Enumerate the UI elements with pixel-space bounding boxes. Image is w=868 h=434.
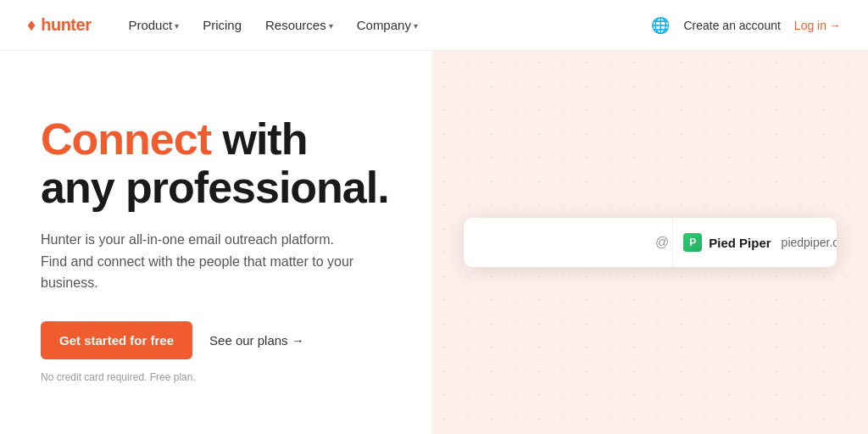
company-name: Pied Piper xyxy=(709,236,771,250)
at-symbol: @ xyxy=(652,235,672,250)
right-panel: @ P Pied Piper piedpiper.com Find xyxy=(432,51,868,434)
create-account-button[interactable]: Create an account xyxy=(683,19,780,32)
see-plans-link[interactable]: See our plans → xyxy=(209,333,304,348)
chevron-down-icon: ▾ xyxy=(414,21,418,31)
globe-icon[interactable]: 🌐 xyxy=(651,16,670,35)
left-panel: Connect with any professional. Hunter is… xyxy=(0,51,432,434)
header: ♦ hunter Product ▾ Pricing Resources ▾ C… xyxy=(0,0,868,51)
nav-resources[interactable]: Resources ▾ xyxy=(255,11,343,39)
chevron-down-icon: ▾ xyxy=(329,21,333,31)
nav-company[interactable]: Company ▾ xyxy=(347,11,428,39)
main-layout: Connect with any professional. Hunter is… xyxy=(0,51,868,434)
company-logo: P xyxy=(683,233,702,252)
main-nav: Product ▾ Pricing Resources ▾ Company ▾ xyxy=(118,11,651,39)
chevron-down-icon: ▾ xyxy=(175,21,179,31)
name-search-input[interactable] xyxy=(464,218,652,267)
logo[interactable]: ♦ hunter xyxy=(27,15,91,35)
no-credit-note: No credit card required. Free plan. xyxy=(41,371,392,383)
hero-title: Connect with any professional. xyxy=(41,115,392,212)
logo-text: hunter xyxy=(41,15,91,35)
domain-name: piedpiper.com xyxy=(778,236,837,249)
nav-product[interactable]: Product ▾ xyxy=(118,11,189,39)
header-right: 🌐 Create an account Log in → xyxy=(651,16,841,35)
hero-title-highlight: Connect xyxy=(41,114,211,164)
hero-subtitle: Hunter is your all-in-one email outreach… xyxy=(41,229,363,294)
login-button[interactable]: Log in → xyxy=(794,19,841,32)
nav-pricing[interactable]: Pricing xyxy=(192,11,252,39)
domain-badge: P Pied Piper piedpiper.com xyxy=(672,218,837,267)
cta-row: Get started for free See our plans → xyxy=(41,321,392,359)
get-started-button[interactable]: Get started for free xyxy=(41,321,192,359)
search-widget: @ P Pied Piper piedpiper.com Find xyxy=(464,218,837,267)
logo-icon: ♦ xyxy=(27,15,36,35)
